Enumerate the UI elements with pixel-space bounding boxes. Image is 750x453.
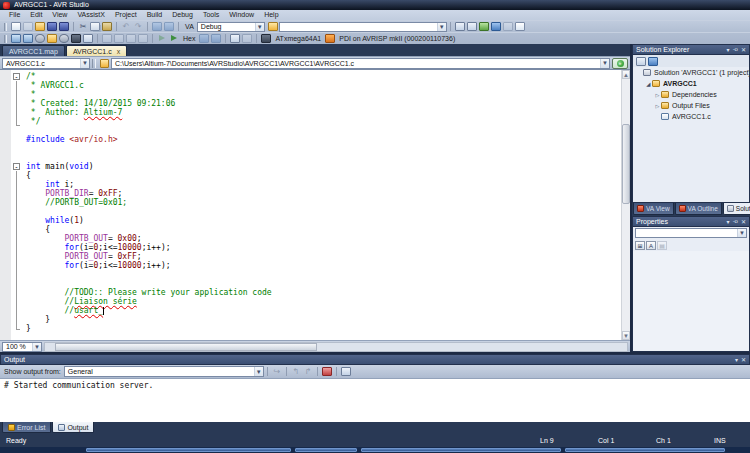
code-line[interactable]: //TODO:: Please write your application c… <box>26 288 621 297</box>
code-line[interactable]: } <box>26 324 621 333</box>
properties-object-combobox[interactable]: ▼ <box>635 228 747 238</box>
goto-message-icon[interactable]: ↪ <box>272 367 282 376</box>
find-in-files-icon[interactable] <box>455 22 465 31</box>
chevron-down-icon[interactable]: ▾ <box>727 218 730 225</box>
chevron-down-icon[interactable]: ▼ <box>254 367 263 376</box>
menu-item-project[interactable]: Project <box>110 10 142 20</box>
output-source-combobox[interactable]: General ▼ <box>64 366 264 377</box>
code-line[interactable]: * Created: 14/10/2015 09:21:06 <box>26 99 621 108</box>
rebuild-icon[interactable] <box>35 34 45 43</box>
object-browser-icon[interactable] <box>503 22 513 31</box>
code-line[interactable]: //PORTB_OUT=0x01; <box>26 198 621 207</box>
chevron-down-icon[interactable]: ▼ <box>600 59 609 68</box>
solution-tree[interactable]: Solution 'AVRGCC1' (1 project)◢AVRGCC1▷D… <box>632 67 750 203</box>
copy-icon[interactable] <box>90 22 100 31</box>
build-project-icon[interactable] <box>11 34 21 43</box>
code-line[interactable]: { <box>26 171 621 180</box>
tree-expander-icon[interactable]: ◢ <box>645 81 652 87</box>
navigate-back-icon[interactable] <box>152 22 162 31</box>
code-editor[interactable]: /*- * AVRGCC1.c * * Created: 14/10/2015 … <box>0 69 630 340</box>
chevron-down-icon[interactable]: ▼ <box>255 23 264 31</box>
file-path-combobox[interactable]: C:\Users\Altium-7\Documents\AVRStudio\AV… <box>111 58 610 69</box>
code-line[interactable]: { <box>26 225 621 234</box>
editor-horizontal-scrollbar[interactable] <box>44 342 628 352</box>
menu-item-window[interactable]: Window <box>224 10 259 20</box>
step-into-icon[interactable] <box>199 34 209 43</box>
cut-icon[interactable]: ✂ <box>78 22 88 31</box>
next-message-icon[interactable]: ↱ <box>303 367 313 376</box>
clear-output-icon[interactable] <box>322 367 332 376</box>
menu-item-build[interactable]: Build <box>142 10 168 20</box>
paste-icon[interactable] <box>102 22 112 31</box>
tree-item-output-files[interactable]: ▷Output Files <box>633 100 749 111</box>
build-solution-icon[interactable] <box>23 34 33 43</box>
zoom-combobox[interactable]: 100 % ▼ <box>2 342 42 352</box>
previous-message-icon[interactable]: ↰ <box>291 367 301 376</box>
editor-vertical-scrollbar[interactable]: ▲ ▼ <box>621 70 630 340</box>
code-area[interactable]: /*- * AVRGCC1.c * * Created: 14/10/2015 … <box>0 70 621 340</box>
show-all-files-icon[interactable] <box>648 57 658 66</box>
toggle-breakpoint-icon[interactable] <box>230 34 240 43</box>
toolbox-icon[interactable] <box>515 22 525 31</box>
chevron-down-icon[interactable]: ▾ <box>727 46 730 53</box>
code-line[interactable] <box>26 279 621 288</box>
code-line[interactable]: while(1) <box>26 216 621 225</box>
code-line[interactable]: PORTB_DIR= 0xFF; <box>26 189 621 198</box>
tab-va-outline[interactable]: VA Outline <box>675 203 722 215</box>
code-line[interactable]: * AVRGCC1.c <box>26 81 621 90</box>
code-line[interactable]: PORTB_OUT= 0x00; <box>26 234 621 243</box>
tab-avrgcc1-c[interactable]: AVRGCC1.c x <box>66 45 127 56</box>
toolbar-grip[interactable] <box>4 23 7 31</box>
tab-va-view[interactable]: VA View <box>633 203 674 215</box>
tree-item-dependencies[interactable]: ▷Dependencies <box>633 89 749 100</box>
toolbar-grip[interactable] <box>4 35 7 43</box>
categorized-icon[interactable]: ⊞ <box>635 241 645 250</box>
device-programming-icon[interactable] <box>71 34 81 43</box>
start-debugging-icon[interactable] <box>157 34 167 43</box>
property-pages-icon[interactable]: ▤ <box>657 241 667 250</box>
navbar-splitter[interactable] <box>92 59 96 68</box>
tab-error-list[interactable]: Error List <box>2 422 51 433</box>
taskbar-button[interactable] <box>565 448 725 452</box>
taskbar-button[interactable] <box>295 448 357 452</box>
solution-config-combobox[interactable]: Debug ▼ <box>197 22 265 32</box>
taskbar-button[interactable] <box>86 448 291 452</box>
scrollbar-thumb[interactable] <box>622 124 630 204</box>
compile-icon[interactable] <box>47 34 57 43</box>
chevron-down-icon[interactable]: ▼ <box>737 229 746 237</box>
find-combobox[interactable]: ▼ <box>279 22 447 32</box>
tree-item-solution-avrgcc1-1-project-[interactable]: Solution 'AVRGCC1' (1 project) <box>633 67 749 78</box>
tab-solution-explorer[interactable]: Solution Ex... <box>723 203 750 215</box>
browse-icon[interactable] <box>268 22 278 31</box>
close-icon[interactable]: ✕ <box>741 218 746 225</box>
goto-file-icon[interactable] <box>100 59 109 68</box>
code-line[interactable]: int i; <box>26 180 621 189</box>
io-view-icon[interactable] <box>138 34 148 43</box>
output-text[interactable]: # Started communication server. <box>0 378 750 422</box>
breakpoint-window-icon[interactable] <box>102 34 112 43</box>
close-icon[interactable]: ✕ <box>741 356 746 363</box>
code-line[interactable] <box>26 126 621 135</box>
new-file-icon[interactable] <box>11 22 21 31</box>
close-tab-icon[interactable]: x <box>117 48 121 55</box>
code-line[interactable]: for(i=0;i<=10000;i++); <box>26 261 621 270</box>
add-item-icon[interactable] <box>23 22 33 31</box>
open-file-icon[interactable] <box>35 22 45 31</box>
code-line[interactable] <box>26 144 621 153</box>
scroll-up-icon[interactable]: ▲ <box>622 70 630 79</box>
code-line[interactable] <box>26 207 621 216</box>
tab-avrgcc1-map[interactable]: AVRGCC1.map <box>2 45 65 56</box>
pin-icon[interactable]: -o <box>733 218 738 225</box>
memory-window-icon[interactable] <box>126 34 136 43</box>
menu-item-view[interactable]: View <box>47 10 72 20</box>
fold-toggle-icon[interactable]: - <box>13 163 20 170</box>
tree-item-avrgcc1[interactable]: ◢AVRGCC1 <box>633 78 749 89</box>
close-icon[interactable]: ✕ <box>741 46 746 53</box>
code-line[interactable]: //Liaison série <box>26 297 621 306</box>
undo-icon[interactable]: ↶ <box>121 22 131 31</box>
code-line[interactable]: /* <box>26 72 621 81</box>
properties-page-icon[interactable] <box>636 57 646 66</box>
menu-item-tools[interactable]: Tools <box>198 10 224 20</box>
navigate-forward-icon[interactable] <box>164 22 174 31</box>
clean-icon[interactable] <box>59 34 69 43</box>
